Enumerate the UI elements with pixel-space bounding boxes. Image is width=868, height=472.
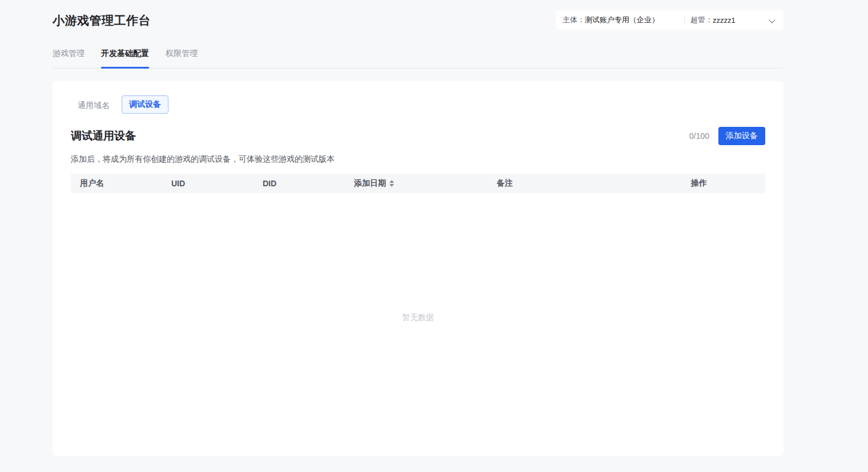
sort-up-icon — [389, 180, 394, 183]
column-username-label: 用户名 — [80, 178, 104, 189]
table-header: 用户名 UID DID 添加日期 备注 操作 — [71, 174, 765, 193]
tab-game-management[interactable]: 游戏管理 — [53, 49, 85, 68]
sort-down-icon — [389, 184, 394, 187]
account-divider — [684, 16, 685, 24]
content-card: 通用域名 调试设备 调试通用设备 0/100 添加设备 添加后，将成为所有你创建… — [53, 81, 783, 456]
sort-caret-icon[interactable] — [389, 180, 394, 187]
tab-dev-basic-config[interactable]: 开发基础配置 — [101, 49, 149, 68]
admin-label: 超管： — [690, 15, 713, 25]
column-uid-label: UID — [171, 179, 185, 188]
column-operation-label: 操作 — [691, 178, 707, 189]
admin-group: 超管： zzzzz1 — [690, 15, 736, 25]
column-did: DID — [254, 179, 345, 188]
device-count: 0/100 — [689, 131, 709, 141]
empty-state-text: 暂无数据 — [53, 313, 783, 323]
page: 小游戏管理工作台 主体： 测试账户专用（企业） 超管： zzzzz1 游戏管理 … — [0, 0, 868, 472]
nav-tabs: 游戏管理 开发基础配置 权限管理 — [53, 49, 783, 69]
column-username: 用户名 — [71, 178, 162, 189]
add-device-button[interactable]: 添加设备 — [718, 127, 765, 145]
column-add-date-label: 添加日期 — [354, 178, 386, 189]
section-description: 添加后，将成为所有你创建的游戏的调试设备，可体验这些游戏的测试版本 — [71, 154, 335, 165]
page-title: 小游戏管理工作台 — [53, 13, 151, 29]
entity-label: 主体： — [562, 15, 585, 25]
subtab-debug-device[interactable]: 调试设备 — [122, 95, 168, 114]
column-add-date: 添加日期 — [345, 178, 488, 189]
column-operation: 操作 — [682, 178, 765, 189]
entity-value: 测试账户专用（企业） — [585, 15, 659, 25]
account-switcher[interactable]: 主体： 测试账户专用（企业） 超管： zzzzz1 — [556, 10, 783, 30]
column-did-label: DID — [263, 179, 276, 188]
column-uid: UID — [162, 179, 254, 188]
column-remark-label: 备注 — [497, 178, 513, 189]
chevron-down-icon[interactable] — [770, 17, 775, 23]
section-title: 调试通用设备 — [71, 129, 136, 143]
tab-permission-management[interactable]: 权限管理 — [166, 49, 198, 68]
section-header-row: 调试通用设备 0/100 添加设备 — [71, 127, 765, 145]
column-remark: 备注 — [488, 178, 682, 189]
admin-value: zzzzz1 — [713, 16, 736, 25]
entity-group: 主体： 测试账户专用（企业） — [562, 15, 684, 25]
subtab-common-domain[interactable]: 通用域名 — [78, 101, 110, 111]
